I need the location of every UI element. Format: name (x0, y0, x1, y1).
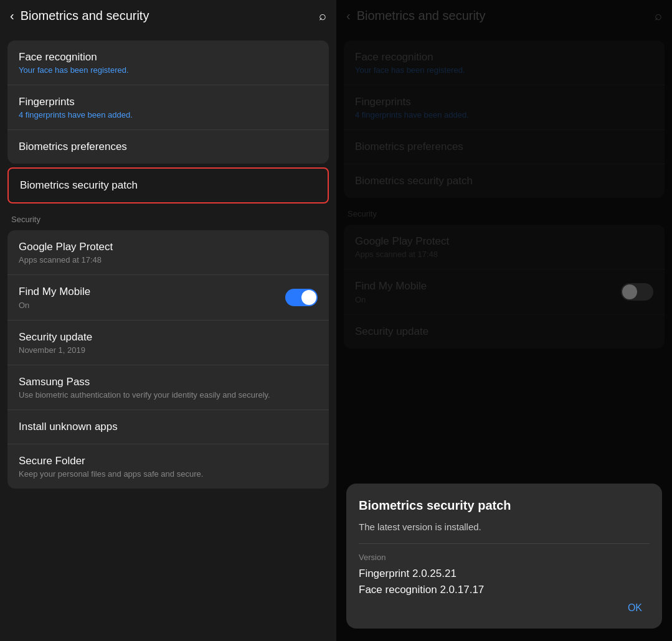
dialog-overlay: Biometrics security patch The latest ver… (336, 0, 672, 641)
dialog-actions: OK (359, 597, 650, 619)
biometrics-patch-dialog: Biometrics security patch The latest ver… (346, 484, 662, 629)
left-item-fingerprints[interactable]: Fingerprints 4 fingerprints have been ad… (7, 85, 329, 130)
biometrics-patch-title: Biometrics security patch (20, 179, 316, 192)
google-play-protect-subtitle: Apps scanned at 17:48 (19, 255, 318, 264)
left-header-title: Biometrics and security (21, 9, 319, 23)
dialog-body: The latest version is installed. (359, 520, 650, 533)
dialog-title: Biometrics security patch (359, 498, 650, 513)
left-item-secure-folder[interactable]: Secure Folder Keep your personal files a… (7, 444, 329, 489)
left-back-icon[interactable]: ‹ (10, 9, 14, 23)
left-item-google-play-protect[interactable]: Google Play Protect Apps scanned at 17:4… (7, 230, 329, 275)
face-recognition-title: Face recognition (19, 50, 318, 64)
dialog-divider (359, 543, 650, 544)
left-biometrics-card: Face recognition Your face has been regi… (7, 40, 329, 164)
dialog-version-face: Face recognition 2.0.17.17 (359, 582, 650, 598)
left-header: ‹ Biometrics and security ⌕ (0, 0, 336, 32)
left-item-samsung-pass[interactable]: Samsung Pass Use biometric authenticatio… (7, 365, 329, 410)
dialog-version-fingerprint: Fingerprint 2.0.25.21 (359, 566, 650, 582)
find-my-mobile-title: Find My Mobile (19, 285, 285, 299)
samsung-pass-subtitle: Use biometric authentication to verify y… (19, 390, 318, 400)
secure-folder-title: Secure Folder (19, 454, 318, 468)
left-security-card: Google Play Protect Apps scanned at 17:4… (7, 230, 329, 489)
fingerprints-subtitle: 4 fingerprints have been added. (19, 110, 318, 119)
left-item-biometrics-prefs[interactable]: Biometrics preferences (7, 130, 329, 164)
left-item-biometrics-security-patch[interactable]: Biometrics security patch (7, 167, 329, 204)
left-item-install-unknown-apps[interactable]: Install unknown apps (7, 410, 329, 444)
toggle-knob (301, 290, 316, 305)
security-update-subtitle: November 1, 2019 (19, 345, 318, 355)
face-recognition-subtitle: Your face has been registered. (19, 65, 318, 75)
left-search-icon[interactable]: ⌕ (319, 9, 326, 23)
secure-folder-subtitle: Keep your personal files and apps safe a… (19, 469, 318, 479)
left-item-security-update[interactable]: Security update November 1, 2019 (7, 320, 329, 365)
left-item-face-recognition[interactable]: Face recognition Your face has been regi… (7, 40, 329, 85)
google-play-protect-title: Google Play Protect (19, 240, 318, 254)
fingerprints-title: Fingerprints (19, 95, 318, 109)
biometrics-prefs-title: Biometrics preferences (19, 140, 318, 154)
security-update-title: Security update (19, 330, 318, 344)
left-panel: ‹ Biometrics and security ⌕ Face recogni… (0, 0, 336, 641)
samsung-pass-title: Samsung Pass (19, 375, 318, 389)
right-panel: ‹ Biometrics and security ⌕ Face recogni… (336, 0, 672, 641)
left-item-find-my-mobile[interactable]: Find My Mobile On (7, 275, 329, 320)
dialog-version-label: Version (359, 553, 650, 562)
find-my-mobile-subtitle: On (19, 301, 285, 310)
find-my-mobile-toggle[interactable] (285, 289, 318, 306)
dialog-ok-button[interactable]: OK (620, 597, 650, 619)
install-unknown-apps-title: Install unknown apps (19, 420, 318, 434)
left-settings-list: Face recognition Your face has been regi… (0, 32, 336, 641)
left-security-section-label: Security (0, 207, 336, 227)
